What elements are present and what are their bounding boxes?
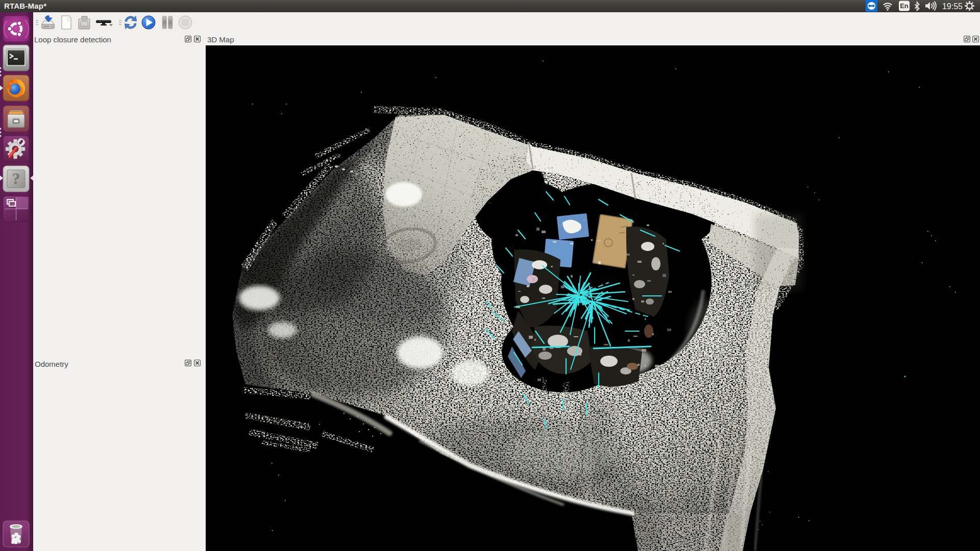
svg-text:En: En — [900, 2, 909, 10]
svg-text:?: ? — [12, 169, 20, 188]
svg-text:19:55: 19:55 — [942, 2, 963, 11]
